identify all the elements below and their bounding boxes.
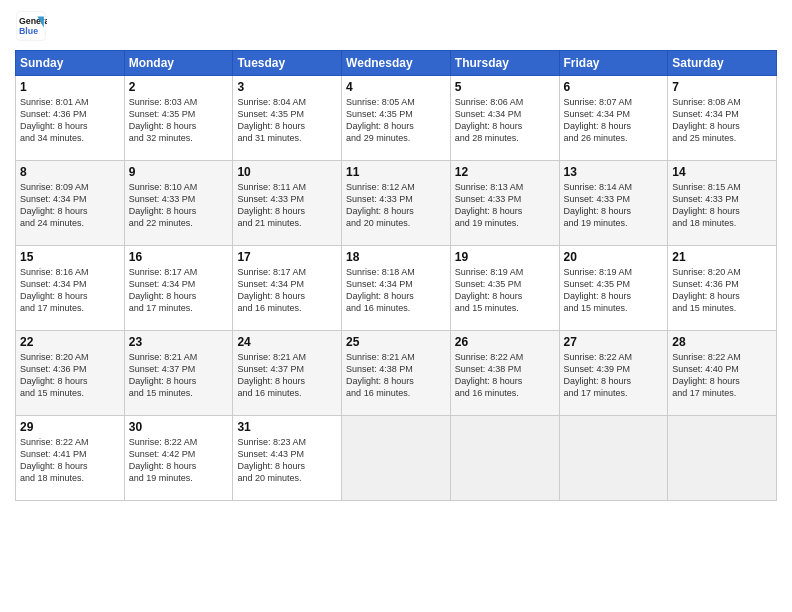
cell-info: Sunrise: 8:14 AMSunset: 4:33 PMDaylight:… [564,181,664,230]
calendar-col-sunday: Sunday [16,51,125,76]
calendar-cell: 12Sunrise: 8:13 AMSunset: 4:33 PMDayligh… [450,161,559,246]
cell-info: Sunrise: 8:19 AMSunset: 4:35 PMDaylight:… [564,266,664,315]
calendar-cell: 14Sunrise: 8:15 AMSunset: 4:33 PMDayligh… [668,161,777,246]
calendar-table: SundayMondayTuesdayWednesdayThursdayFrid… [15,50,777,501]
day-number: 16 [129,250,229,264]
calendar-week-4: 22Sunrise: 8:20 AMSunset: 4:36 PMDayligh… [16,331,777,416]
calendar-week-5: 29Sunrise: 8:22 AMSunset: 4:41 PMDayligh… [16,416,777,501]
cell-info: Sunrise: 8:19 AMSunset: 4:35 PMDaylight:… [455,266,555,315]
calendar-cell [668,416,777,501]
cell-info: Sunrise: 8:09 AMSunset: 4:34 PMDaylight:… [20,181,120,230]
day-number: 9 [129,165,229,179]
day-number: 10 [237,165,337,179]
day-number: 11 [346,165,446,179]
day-number: 28 [672,335,772,349]
calendar-cell: 21Sunrise: 8:20 AMSunset: 4:36 PMDayligh… [668,246,777,331]
cell-info: Sunrise: 8:17 AMSunset: 4:34 PMDaylight:… [129,266,229,315]
header: General Blue [15,10,777,42]
calendar-cell: 17Sunrise: 8:17 AMSunset: 4:34 PMDayligh… [233,246,342,331]
calendar-cell: 5Sunrise: 8:06 AMSunset: 4:34 PMDaylight… [450,76,559,161]
calendar-cell: 8Sunrise: 8:09 AMSunset: 4:34 PMDaylight… [16,161,125,246]
cell-info: Sunrise: 8:17 AMSunset: 4:34 PMDaylight:… [237,266,337,315]
calendar-week-2: 8Sunrise: 8:09 AMSunset: 4:34 PMDaylight… [16,161,777,246]
day-number: 23 [129,335,229,349]
day-number: 17 [237,250,337,264]
calendar-cell: 23Sunrise: 8:21 AMSunset: 4:37 PMDayligh… [124,331,233,416]
cell-info: Sunrise: 8:15 AMSunset: 4:33 PMDaylight:… [672,181,772,230]
calendar-cell: 2Sunrise: 8:03 AMSunset: 4:35 PMDaylight… [124,76,233,161]
day-number: 14 [672,165,772,179]
cell-info: Sunrise: 8:11 AMSunset: 4:33 PMDaylight:… [237,181,337,230]
day-number: 24 [237,335,337,349]
calendar-cell: 15Sunrise: 8:16 AMSunset: 4:34 PMDayligh… [16,246,125,331]
calendar-header-row: SundayMondayTuesdayWednesdayThursdayFrid… [16,51,777,76]
cell-info: Sunrise: 8:23 AMSunset: 4:43 PMDaylight:… [237,436,337,485]
calendar-cell: 20Sunrise: 8:19 AMSunset: 4:35 PMDayligh… [559,246,668,331]
cell-info: Sunrise: 8:22 AMSunset: 4:38 PMDaylight:… [455,351,555,400]
cell-info: Sunrise: 8:22 AMSunset: 4:41 PMDaylight:… [20,436,120,485]
cell-info: Sunrise: 8:21 AMSunset: 4:38 PMDaylight:… [346,351,446,400]
calendar-col-thursday: Thursday [450,51,559,76]
day-number: 20 [564,250,664,264]
calendar-cell [559,416,668,501]
day-number: 2 [129,80,229,94]
cell-info: Sunrise: 8:22 AMSunset: 4:40 PMDaylight:… [672,351,772,400]
calendar-col-tuesday: Tuesday [233,51,342,76]
calendar-col-monday: Monday [124,51,233,76]
cell-info: Sunrise: 8:22 AMSunset: 4:42 PMDaylight:… [129,436,229,485]
day-number: 3 [237,80,337,94]
calendar-cell: 6Sunrise: 8:07 AMSunset: 4:34 PMDaylight… [559,76,668,161]
cell-info: Sunrise: 8:04 AMSunset: 4:35 PMDaylight:… [237,96,337,145]
calendar-cell: 16Sunrise: 8:17 AMSunset: 4:34 PMDayligh… [124,246,233,331]
calendar-cell [342,416,451,501]
cell-info: Sunrise: 8:08 AMSunset: 4:34 PMDaylight:… [672,96,772,145]
calendar-week-1: 1Sunrise: 8:01 AMSunset: 4:36 PMDaylight… [16,76,777,161]
day-number: 5 [455,80,555,94]
day-number: 31 [237,420,337,434]
calendar-cell: 11Sunrise: 8:12 AMSunset: 4:33 PMDayligh… [342,161,451,246]
cell-info: Sunrise: 8:01 AMSunset: 4:36 PMDaylight:… [20,96,120,145]
calendar-cell: 28Sunrise: 8:22 AMSunset: 4:40 PMDayligh… [668,331,777,416]
page: General Blue SundayMondayTuesdayWednesda… [0,0,792,612]
cell-info: Sunrise: 8:05 AMSunset: 4:35 PMDaylight:… [346,96,446,145]
calendar-week-3: 15Sunrise: 8:16 AMSunset: 4:34 PMDayligh… [16,246,777,331]
calendar-cell: 1Sunrise: 8:01 AMSunset: 4:36 PMDaylight… [16,76,125,161]
day-number: 22 [20,335,120,349]
cell-info: Sunrise: 8:12 AMSunset: 4:33 PMDaylight:… [346,181,446,230]
calendar-cell: 13Sunrise: 8:14 AMSunset: 4:33 PMDayligh… [559,161,668,246]
calendar-cell: 19Sunrise: 8:19 AMSunset: 4:35 PMDayligh… [450,246,559,331]
calendar-cell: 7Sunrise: 8:08 AMSunset: 4:34 PMDaylight… [668,76,777,161]
calendar-cell: 22Sunrise: 8:20 AMSunset: 4:36 PMDayligh… [16,331,125,416]
day-number: 26 [455,335,555,349]
calendar-cell [450,416,559,501]
cell-info: Sunrise: 8:10 AMSunset: 4:33 PMDaylight:… [129,181,229,230]
day-number: 15 [20,250,120,264]
day-number: 18 [346,250,446,264]
cell-info: Sunrise: 8:18 AMSunset: 4:34 PMDaylight:… [346,266,446,315]
calendar-col-friday: Friday [559,51,668,76]
cell-info: Sunrise: 8:22 AMSunset: 4:39 PMDaylight:… [564,351,664,400]
cell-info: Sunrise: 8:06 AMSunset: 4:34 PMDaylight:… [455,96,555,145]
calendar-cell: 9Sunrise: 8:10 AMSunset: 4:33 PMDaylight… [124,161,233,246]
cell-info: Sunrise: 8:20 AMSunset: 4:36 PMDaylight:… [672,266,772,315]
day-number: 30 [129,420,229,434]
calendar-cell: 26Sunrise: 8:22 AMSunset: 4:38 PMDayligh… [450,331,559,416]
day-number: 6 [564,80,664,94]
calendar-col-wednesday: Wednesday [342,51,451,76]
day-number: 4 [346,80,446,94]
calendar-cell: 30Sunrise: 8:22 AMSunset: 4:42 PMDayligh… [124,416,233,501]
calendar-cell: 24Sunrise: 8:21 AMSunset: 4:37 PMDayligh… [233,331,342,416]
logo: General Blue [15,10,51,42]
calendar-cell: 29Sunrise: 8:22 AMSunset: 4:41 PMDayligh… [16,416,125,501]
calendar-cell: 3Sunrise: 8:04 AMSunset: 4:35 PMDaylight… [233,76,342,161]
calendar-cell: 10Sunrise: 8:11 AMSunset: 4:33 PMDayligh… [233,161,342,246]
cell-info: Sunrise: 8:21 AMSunset: 4:37 PMDaylight:… [237,351,337,400]
calendar-cell: 27Sunrise: 8:22 AMSunset: 4:39 PMDayligh… [559,331,668,416]
cell-info: Sunrise: 8:07 AMSunset: 4:34 PMDaylight:… [564,96,664,145]
day-number: 8 [20,165,120,179]
calendar-cell: 4Sunrise: 8:05 AMSunset: 4:35 PMDaylight… [342,76,451,161]
day-number: 12 [455,165,555,179]
day-number: 19 [455,250,555,264]
day-number: 1 [20,80,120,94]
calendar-cell: 18Sunrise: 8:18 AMSunset: 4:34 PMDayligh… [342,246,451,331]
